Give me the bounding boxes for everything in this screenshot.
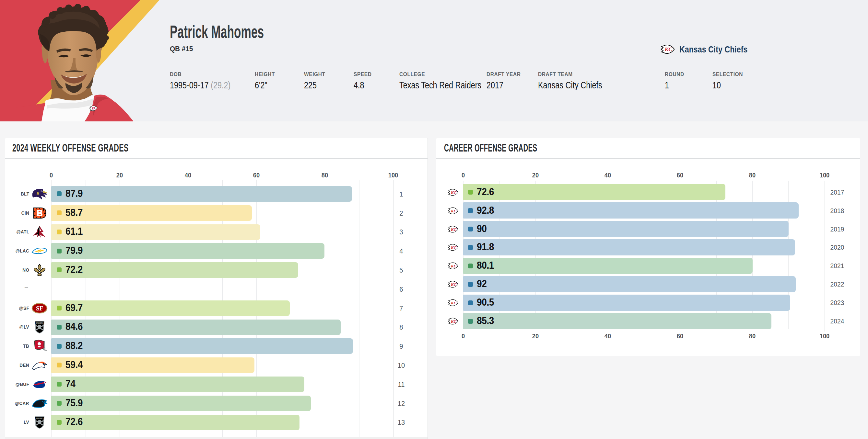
svg-text:KC: KC bbox=[91, 106, 96, 110]
svg-text:B: B bbox=[36, 191, 39, 196]
svg-text:KC: KC bbox=[664, 46, 673, 53]
svg-text:RAIDERS: RAIDERS bbox=[36, 322, 44, 324]
svg-text:KC: KC bbox=[451, 190, 457, 195]
svg-text:KC: KC bbox=[451, 282, 457, 287]
svg-text:KC: KC bbox=[451, 227, 457, 232]
svg-text:KC: KC bbox=[451, 245, 457, 250]
svg-text:KC: KC bbox=[451, 300, 457, 305]
svg-text:KC: KC bbox=[451, 208, 457, 213]
svg-text:RAIDERS: RAIDERS bbox=[36, 417, 44, 419]
svg-text:KC: KC bbox=[451, 319, 457, 324]
svg-text:SF: SF bbox=[36, 305, 43, 312]
svg-text:KC: KC bbox=[451, 264, 457, 268]
